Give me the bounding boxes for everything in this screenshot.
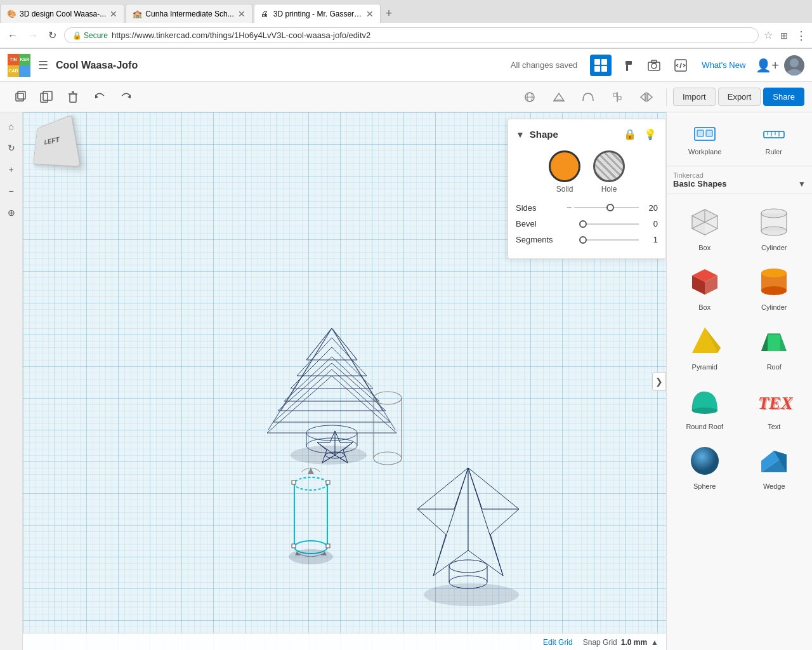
- box-wire-preview: [686, 203, 724, 241]
- shape-item-text[interactable]: TEXT TEXT Text: [740, 377, 809, 435]
- hole-option[interactable]: Hole: [593, 150, 625, 194]
- bookmark-button[interactable]: ☆: [764, 29, 773, 41]
- orientation-cube[interactable]: LEFT: [29, 119, 74, 163]
- tab-3-favicon: 🖨: [261, 10, 270, 18]
- panel-toggle-button[interactable]: ▼: [516, 129, 525, 140]
- sides-slider[interactable]: [574, 207, 639, 208]
- roof-label: Roof: [767, 363, 782, 371]
- wedge-svg: [755, 442, 793, 480]
- whats-new-button[interactable]: What's New: [697, 56, 750, 74]
- workplane-view-button[interactable]: [516, 86, 543, 108]
- arc-view-button[interactable]: [575, 86, 601, 108]
- tab-1[interactable]: 🎨 3D design Cool Waasa-... ✕: [0, 4, 124, 23]
- align-button[interactable]: [604, 86, 631, 108]
- roof-preview: [755, 322, 793, 361]
- panel-lock-button[interactable]: 🔒: [622, 127, 638, 142]
- export-button[interactable]: Export: [718, 88, 761, 106]
- reload-button[interactable]: ↻: [46, 29, 59, 41]
- camera-button[interactable]: [643, 55, 665, 76]
- shape-item-roof[interactable]: Roof: [740, 317, 809, 376]
- url-bar[interactable]: 🔒 Secure https://www.tinkercad.com/thing…: [64, 27, 759, 43]
- workplane-tool[interactable]: Workplane: [673, 119, 737, 159]
- user-avatar[interactable]: [784, 55, 804, 76]
- panel-header: ▼ Shape 🔒 💡: [516, 127, 658, 142]
- tab-bar: 🎨 3D design Cool Waasa-... ✕ 🏫 Cunha Int…: [0, 0, 812, 23]
- shapes-library-header: Tinkercad Basic Shapes ▼: [667, 166, 812, 194]
- snap-grid-value[interactable]: 1.0 mm: [621, 638, 647, 647]
- tab-3-close[interactable]: ✕: [366, 9, 374, 19]
- tab-1-favicon: 🎨: [7, 10, 16, 18]
- extension-button[interactable]: ⊞: [778, 30, 790, 41]
- hamburger-menu-button[interactable]: ☰: [36, 58, 51, 72]
- back-button[interactable]: ←: [5, 30, 20, 41]
- collapse-panel-button[interactable]: ❯: [652, 372, 666, 391]
- shape-item-sphere[interactable]: Sphere: [671, 437, 739, 495]
- share-button[interactable]: Share: [763, 88, 804, 106]
- grid-view-button[interactable]: [590, 55, 612, 76]
- zoom-out-button[interactable]: −: [3, 182, 20, 200]
- new-tab-button[interactable]: +: [381, 7, 398, 20]
- sides-minus[interactable]: −: [566, 202, 574, 213]
- tab-3[interactable]: 🖨 3D printing - Mr. Gasser ... ✕: [254, 4, 381, 23]
- viewport[interactable]: LEFT: [23, 112, 666, 650]
- box-solid-preview: [686, 263, 724, 301]
- zoom-in-button[interactable]: +: [3, 161, 20, 178]
- snap-grid-arrow[interactable]: ▲: [651, 638, 658, 647]
- sides-row: Sides − 20: [516, 202, 658, 213]
- shape-item-cylinder-wire[interactable]: Cylinder: [740, 198, 809, 256]
- svg-rect-83: [697, 130, 704, 136]
- duplicate-button[interactable]: [34, 86, 58, 108]
- ruler-label: Ruler: [766, 148, 782, 156]
- address-bar: ← → ↻ 🔒 Secure https://www.tinkercad.com…: [0, 23, 812, 48]
- dropdown-arrow-icon[interactable]: ▼: [798, 180, 806, 189]
- edit-grid-label[interactable]: Edit Grid: [543, 638, 573, 647]
- shape-item-box-solid[interactable]: Box: [671, 258, 739, 316]
- tab-2[interactable]: 🏫 Cunha Intermediate Sch... ✕: [126, 4, 252, 23]
- forward-button[interactable]: →: [25, 30, 41, 41]
- bevel-row: Bevel 0: [516, 219, 658, 229]
- shape-item-cylinder-solid[interactable]: Cylinder: [740, 258, 809, 316]
- shape-item-box-wire[interactable]: Box: [671, 198, 739, 256]
- svg-rect-102: [761, 213, 787, 231]
- box-wire-label: Box: [698, 244, 710, 251]
- align-icon: [610, 91, 625, 103]
- shape-panel: ▼ Shape 🔒 💡 Solid Hole Sides −: [508, 119, 666, 259]
- solid-label: Solid: [556, 185, 573, 194]
- bevel-slider[interactable]: [579, 223, 639, 225]
- tab-1-close[interactable]: ✕: [110, 9, 117, 19]
- import-button[interactable]: Import: [673, 88, 716, 106]
- zoom-home-button[interactable]: ⌂: [3, 117, 20, 135]
- shape-options: Solid Hole: [516, 150, 658, 194]
- code-icon: [674, 58, 688, 72]
- add-user-button[interactable]: 👤+: [756, 58, 779, 73]
- shape-view-button[interactable]: [546, 86, 572, 108]
- copy-button[interactable]: [8, 86, 32, 108]
- svg-rect-13: [16, 93, 23, 101]
- code-button[interactable]: [670, 55, 691, 76]
- undo-button[interactable]: [88, 86, 112, 108]
- shape-item-wedge[interactable]: Wedge: [740, 437, 809, 495]
- cylinder-wire-preview: [755, 203, 793, 241]
- url-text: https://www.tinkercad.com/things/1Ho6y4L…: [112, 30, 750, 40]
- redo-button[interactable]: [114, 86, 138, 108]
- cylinder-solid-preview: [755, 263, 793, 301]
- shape-item-pyramid[interactable]: Pyramid: [671, 317, 739, 376]
- browser-menu-button[interactable]: ⋮: [796, 29, 807, 43]
- svg-rect-14: [18, 91, 25, 99]
- category-dropdown[interactable]: Basic Shapes: [673, 179, 798, 189]
- shape-tools-button[interactable]: [617, 55, 638, 76]
- orbit-button[interactable]: ↻: [3, 139, 20, 157]
- sides-value: 20: [639, 203, 658, 213]
- panel-light-button[interactable]: 💡: [643, 127, 658, 142]
- shape-item-round-roof[interactable]: Round Roof: [671, 377, 739, 435]
- box-wire-svg: [686, 203, 724, 241]
- mirror-button[interactable]: [633, 86, 660, 108]
- ruler-tool[interactable]: Ruler: [742, 119, 806, 159]
- delete-button[interactable]: [61, 86, 85, 108]
- fit-view-button[interactable]: ⊕: [3, 204, 20, 222]
- solid-option[interactable]: Solid: [549, 150, 580, 194]
- segments-slider[interactable]: [579, 239, 639, 241]
- app-header: TIN KER CAD ☰ Cool Waasa-Jofo All change…: [0, 49, 812, 82]
- camera-icon: [647, 58, 661, 72]
- tab-2-close[interactable]: ✕: [238, 9, 246, 19]
